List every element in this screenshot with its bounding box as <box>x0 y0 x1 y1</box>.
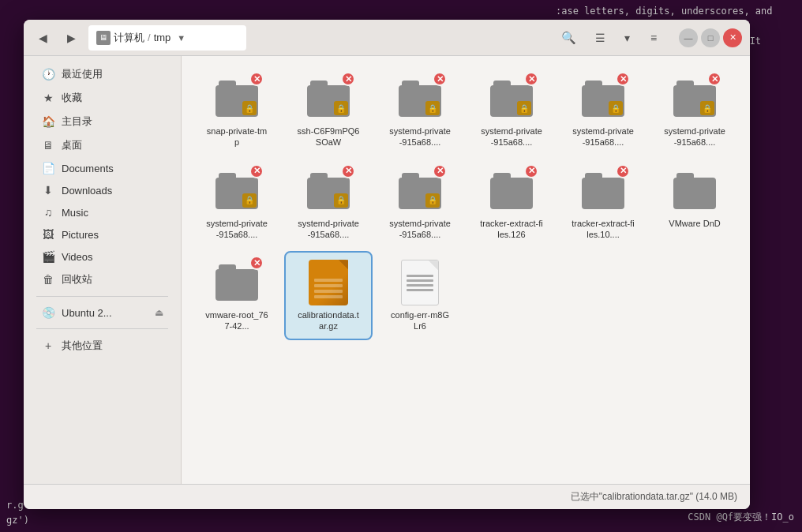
file-item-systemd-6[interactable]: 🔒 ✕ systemd-private-915a68.... <box>286 161 371 247</box>
folder-icon <box>490 173 533 209</box>
x-badge: ✕ <box>249 164 264 178</box>
search-icon: 🔍 <box>561 31 576 45</box>
systemd-2-icon-wrap: 🔒 ✕ <box>488 75 535 122</box>
trash-icon: 🗑 <box>41 273 55 286</box>
file-item-systemd-7[interactable]: 🔒 ✕ systemd-private-915a68.... <box>377 161 463 247</box>
file-item-calibration[interactable]: calibrationdata.tar.gz <box>286 253 371 339</box>
sidebar-item-recent[interactable]: 🕐 最近使用 <box>28 62 176 86</box>
file-item-vmware-root[interactable]: ✕ vmware-root_767-42... <box>194 253 279 339</box>
view-grid-button[interactable]: ☰ <box>587 25 613 51</box>
sidebar-item-videos-label: Videos <box>62 251 93 263</box>
home-icon: 🏠 <box>41 115 55 128</box>
file-label: snap-private-tmp <box>205 126 268 148</box>
sidebar-item-downloads[interactable]: ⬇ Downloads <box>28 179 176 201</box>
close-button[interactable]: ✕ <box>723 28 742 47</box>
file-item-systemd-5[interactable]: 🔒 ✕ systemd-private-915a68.... <box>194 161 279 247</box>
maximize-button[interactable]: □ <box>701 28 720 47</box>
search-button[interactable]: 🔍 <box>556 25 581 51</box>
tracker-1-icon-wrap: ✕ <box>488 167 535 215</box>
file-item-config-err[interactable]: config-err-m8GLr6 <box>377 253 463 339</box>
archive-stripe <box>314 290 343 293</box>
file-item-ssh[interactable]: 🔒 ✕ ssh-C6F9mPQ6SOaW <box>286 69 371 155</box>
sidebar: 🕐 最近使用 ★ 收藏 🏠 主目录 🖥 桌面 📄 Documents ⬇ D <box>24 56 182 484</box>
file-item-vmware-dnd[interactable]: VMware DnD <box>652 161 737 247</box>
pictures-icon: 🖼 <box>41 228 55 241</box>
view-dropdown-icon: ▾ <box>624 32 630 44</box>
eject-button[interactable]: ⏏ <box>155 307 163 318</box>
location-bar[interactable]: 🖥 计算机 / tmp ▼ <box>88 25 246 51</box>
terminal-bottom-line-2: gz') <box>6 513 183 528</box>
sidebar-item-videos[interactable]: 🎬 Videos <box>28 245 176 268</box>
file-item-systemd-2[interactable]: 🔒 ✕ systemd-private-915a68.... <box>469 69 554 155</box>
ssh-icon-wrap: 🔒 ✕ <box>305 75 352 122</box>
file-item-systemd-3[interactable]: 🔒 ✕ systemd-private-915a68.... <box>560 69 646 155</box>
file-item-tracker-2[interactable]: ✕ tracker-extract-files.10.... <box>560 161 646 247</box>
sidebar-item-pictures[interactable]: 🖼 Pictures <box>28 223 176 245</box>
file-area[interactable]: 🔒 ✕ snap-private-tmp 🔒 ✕ <box>182 56 750 484</box>
sidebar-item-ubuntu[interactable]: 💿 Ubuntu 2... ⏏ <box>28 302 176 324</box>
file-label: systemd-private-915a68.... <box>663 126 726 148</box>
view-dropdown-button[interactable]: ▾ <box>614 25 639 51</box>
sidebar-item-documents[interactable]: 📄 Documents <box>28 157 176 179</box>
config-err-icon-wrap <box>396 259 444 306</box>
music-icon: ♫ <box>41 206 55 219</box>
desktop-icon: 🖥 <box>41 139 55 152</box>
file-label: tracker-extract-files.126 <box>480 218 543 241</box>
content-area: 🕐 最近使用 ★ 收藏 🏠 主目录 🖥 桌面 📄 Documents ⬇ D <box>24 56 750 484</box>
view-list-icon: ≡ <box>650 32 657 44</box>
minimize-button[interactable]: — <box>679 28 698 47</box>
sidebar-item-other-locations-label: 其他位置 <box>62 339 103 353</box>
file-label: tracker-extract-files.10.... <box>572 218 635 241</box>
sidebar-item-downloads-label: Downloads <box>62 185 112 197</box>
systemd-4-icon-wrap: 🔒 ✕ <box>671 75 718 122</box>
lock-badge: 🔒 <box>242 101 257 115</box>
sidebar-item-desktop[interactable]: 🖥 桌面 <box>28 133 176 157</box>
location-dropdown-arrow[interactable]: ▼ <box>177 33 186 43</box>
back-button[interactable]: ◀ <box>32 27 54 49</box>
window-controls: — □ ✕ <box>679 28 742 47</box>
text-line <box>407 284 433 287</box>
statusbar: 已选中"calibrationdata.tar.gz" (14.0 MB) <box>24 484 750 509</box>
file-item-systemd-1[interactable]: 🔒 ✕ systemd-private-915a68.... <box>377 69 463 155</box>
archive-icon <box>309 260 348 305</box>
file-item-tracker-1[interactable]: ✕ tracker-extract-files.126 <box>469 161 554 247</box>
forward-button[interactable]: ▶ <box>60 27 82 49</box>
x-badge: ✕ <box>616 72 630 86</box>
sidebar-item-home[interactable]: 🏠 主目录 <box>28 110 176 133</box>
sidebar-item-favorites-label: 收藏 <box>62 91 82 105</box>
other-locations-icon: + <box>41 339 55 352</box>
folder-icon: 🔒 <box>490 81 533 117</box>
sidebar-item-trash-label: 回收站 <box>62 272 92 287</box>
textfile-icon <box>401 260 439 305</box>
folder-icon: 🔒 <box>307 173 350 209</box>
folder-icon: 🔒 <box>399 173 441 209</box>
location-separator: / <box>148 32 151 43</box>
file-item-systemd-4[interactable]: 🔒 ✕ systemd-private-915a68.... <box>652 69 737 155</box>
view-list-button[interactable]: ≡ <box>641 25 666 51</box>
lock-badge: 🔒 <box>334 101 348 115</box>
x-badge: ✕ <box>433 164 447 178</box>
terminal-text-bottom-right: CSDN @Qf要变强！IO_o <box>688 511 794 524</box>
systemd-5-icon-wrap: 🔒 ✕ <box>213 167 260 215</box>
location-current-path: tmp <box>154 32 171 43</box>
sidebar-item-music[interactable]: ♫ Music <box>28 201 176 223</box>
maximize-icon: □ <box>708 33 714 43</box>
x-badge: ✕ <box>524 164 538 178</box>
sidebar-item-other-locations[interactable]: + 其他位置 <box>28 334 176 358</box>
file-item-snap-private-tmp[interactable]: 🔒 ✕ snap-private-tmp <box>194 69 279 155</box>
x-badge: ✕ <box>524 72 538 86</box>
x-badge: ✕ <box>341 164 355 178</box>
text-line <box>407 275 433 277</box>
status-text: 已选中"calibrationdata.tar.gz" (14.0 MB) <box>571 490 737 504</box>
file-label: vmware-root_767-42... <box>205 309 268 332</box>
lock-badge: 🔒 <box>425 101 440 115</box>
sidebar-item-favorites[interactable]: ★ 收藏 <box>28 86 176 110</box>
file-label: systemd-private-915a68.... <box>480 126 543 148</box>
folder-icon <box>673 173 716 209</box>
file-label: systemd-private-915a68.... <box>388 218 452 241</box>
file-label: ssh-C6F9mPQ6SOaW <box>297 126 360 148</box>
view-grid-icon: ☰ <box>595 32 605 44</box>
vmware-root-icon-wrap: ✕ <box>213 259 260 306</box>
sidebar-item-trash[interactable]: 🗑 回收站 <box>28 268 176 291</box>
x-badge: ✕ <box>433 72 447 86</box>
